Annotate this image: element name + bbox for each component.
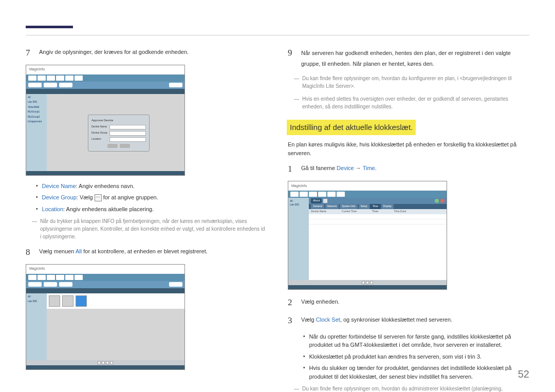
ss-device-area [47,293,184,309]
nav-icon [28,275,36,280]
step-text: Angiv de oplysninger, der kræves for at … [39,46,267,60]
step-text: Gå til fanerne Device → Time. [301,162,529,176]
modal-input [109,137,146,142]
ellipsis-icon: ⋯ [95,194,102,201]
tool-chip: About [311,198,322,203]
col-header: Timer [372,210,379,214]
nav-icon [38,76,46,81]
ss-button [44,282,57,287]
ss-sidebar: AllLite 005 [288,198,309,280]
bullet-dot: • [303,364,305,381]
text-suffix: , og synkroniser klokkeslættet med serve… [340,316,452,323]
tab: Setup [359,204,369,209]
bullet-list: • Device Name: Angiv enhedens navn. • De… [36,182,267,214]
nav-icon [28,76,36,81]
text-prefix: Vælg [301,316,316,323]
list-header: Device Name Current Time Timer Time Zone [309,209,447,214]
modal-row: Device Group [91,131,146,136]
note-text: Når du trykker på knappen INFO på fjernb… [40,217,267,240]
tab: General [311,204,324,209]
note-dash-icon: ― [294,74,299,90]
link-all: All [76,248,82,254]
device-tile [49,295,60,307]
nav-icon [47,76,55,81]
nav-icon [75,275,83,280]
ss-nav [288,191,447,198]
modal-row: Device Name [91,125,146,129]
nav-icon [327,192,336,197]
page-dot [106,361,109,364]
step-text: Vælg Clock Set, og synkroniser klokkeslæ… [301,314,529,327]
step-number: 8 [26,246,33,259]
screenshot-device-all: MagicInfo AllLite 005 [26,264,185,370]
nav-icon [75,76,83,81]
page-number: 52 [518,366,529,382]
ss-titlebar: MagicInfo [26,265,184,274]
modal-label: Location [91,137,109,141]
bullet-content: Device Name: Angiv enhedens navn. [42,182,135,191]
page-dot [362,281,365,284]
step-9: 9 Når serveren har godkendt enheden, hen… [288,46,529,69]
bullet-item: • Hvis du slukker og tænder for produkte… [303,364,529,381]
page-dot [370,281,373,284]
ss-button [169,282,182,287]
note-text: Du kan finde flere oplysninger om, hvord… [302,74,529,90]
paragraph: En plan køres muligvis ikke, hvis klokke… [288,140,529,157]
ss-sidebar: AllLite 005VideoWallMyGroup1MyGroup2Unap… [26,94,47,171]
ss-pagination [26,360,184,365]
ss-footer [26,365,184,369]
cancel-button [120,144,130,148]
ss-titlebar: MagicInfo [288,181,447,191]
note: ― Når du trykker på knappen INFO på fjer… [32,217,267,240]
step-text: Vælg enheden. [301,296,529,309]
ss-button [169,83,182,87]
link-time: Time [363,165,375,171]
bullet-content: Location: Angiv enhedens aktuelle placer… [42,205,154,214]
col-header: Device Name [311,210,326,214]
modal-label: Device Group [91,131,109,135]
tab: Display [381,204,394,209]
step-1: 1 Gå til fanerne Device → Time. [288,162,529,176]
two-column-layout: 7 Angiv de oplysninger, der kræves for a… [26,46,529,392]
tab: Network [325,204,339,209]
screenshot-device-time: MagicInfo AllLite 005 About [288,181,447,290]
ss-sidebar: AllLite 005 [26,293,47,360]
step-text: Når serveren har godkendt enheden, hente… [301,46,529,69]
step-number: 9 [288,46,295,69]
page-dot [110,361,113,364]
ss-tabrow: General Network System Info Setup Time D… [309,204,447,209]
bullet-item: • Når du opretter forbindelse til server… [303,332,529,349]
step-number: 1 [288,162,295,176]
header-accent-bar [26,26,73,28]
bullet-list: • Når du opretter forbindelse til server… [303,332,529,381]
ss-nav [26,74,184,82]
ss-titlebar: MagicInfo [26,65,184,74]
step-number: 3 [288,314,295,327]
step-3: 3 Vælg Clock Set, og synkroniser klokkes… [288,314,529,327]
bullet-text: : Angiv enhedens navn. [76,183,135,189]
right-column: 9 Når serveren har godkendt enheden, hen… [288,46,529,392]
header-divider [26,35,529,35]
nav-icon [309,192,317,197]
bullet-item: • Klokkeslættet på produktet kan ændres … [303,352,529,361]
term-device-group: Device Group [42,194,77,200]
bullet-text: Hvis du slukker og tænder for produktet,… [309,364,529,381]
page-dot [102,361,105,364]
ss-button [44,83,57,87]
nav-icon [337,192,345,197]
ss-logo: MagicInfo [29,266,45,272]
modal-buttons [91,144,146,148]
nav-icon [318,192,326,197]
link-device: Device [337,165,354,171]
list-row [309,214,447,219]
col-header: Time Zone [394,210,406,214]
nav-icon [290,192,299,197]
ss-toolbar: About [309,198,447,204]
step-2: 2 Vælg enheden. [288,296,529,309]
text-suffix: for at kontrollere, at enheden er blevet… [82,248,208,254]
step-7: 7 Angiv de oplysninger, der kræves for a… [26,46,267,60]
note: ― Du kan finde flere oplysninger om, hvo… [294,74,529,90]
bullet-text: for at angive gruppen. [102,194,158,200]
note-dash-icon: ― [294,385,299,392]
tab-active: Time [371,204,380,209]
